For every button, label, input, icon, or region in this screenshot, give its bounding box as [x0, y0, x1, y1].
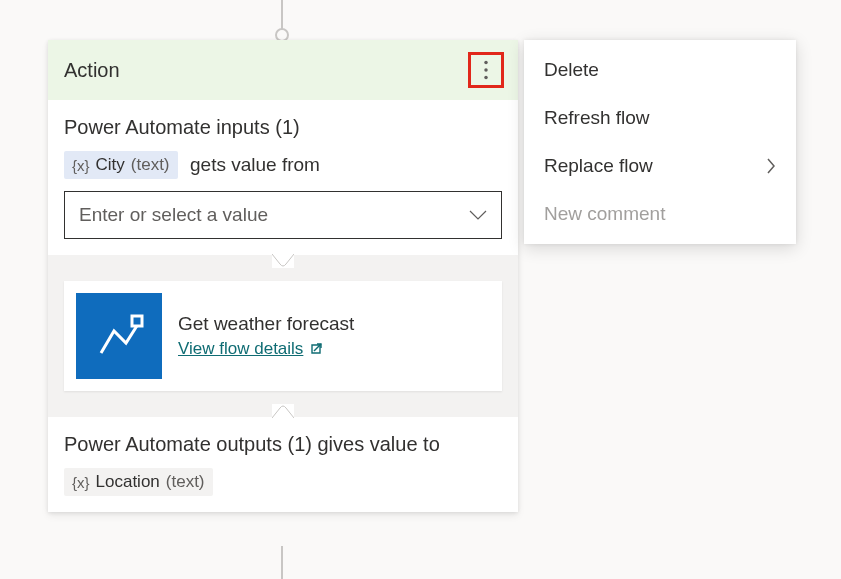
menu-item-label: New comment — [544, 203, 665, 225]
value-select[interactable]: Enter or select a value — [64, 191, 502, 239]
svg-rect-3 — [132, 316, 142, 326]
card-header: Action — [48, 40, 518, 100]
card-title: Action — [64, 59, 120, 82]
open-external-icon — [309, 342, 323, 356]
flow-icon — [76, 293, 162, 379]
inputs-row: {x} City (text) gets value from — [64, 151, 502, 179]
variable-name: Location — [96, 472, 160, 492]
more-options-button[interactable] — [470, 54, 502, 86]
view-flow-details-link[interactable]: View flow details — [178, 339, 354, 359]
action-card: Action Power Automate inputs (1) {x} Cit… — [48, 40, 518, 512]
output-variable-chip[interactable]: {x} Location (text) — [64, 468, 213, 496]
variable-name: City — [96, 155, 125, 175]
link-label: View flow details — [178, 339, 303, 359]
chevron-down-icon — [469, 209, 487, 221]
inputs-title: Power Automate inputs (1) — [64, 116, 502, 139]
select-placeholder: Enter or select a value — [79, 204, 268, 226]
flow-glyph-icon — [94, 311, 144, 361]
notch-bottom — [272, 404, 294, 418]
menu-item-new-comment: New comment — [524, 190, 796, 238]
variable-kind: (text) — [166, 472, 205, 492]
menu-item-label: Delete — [544, 59, 599, 81]
svg-point-2 — [484, 76, 488, 80]
flow-name: Get weather forecast — [178, 313, 354, 335]
inputs-section: Power Automate inputs (1) {x} City (text… — [48, 100, 518, 255]
menu-item-refresh[interactable]: Refresh flow — [524, 94, 796, 142]
svg-point-1 — [484, 68, 488, 72]
flow-subcard: Get weather forecast View flow details — [64, 281, 502, 391]
menu-item-label: Replace flow — [544, 155, 653, 177]
flow-subcard-area: Get weather forecast View flow details — [48, 255, 518, 417]
notch-top — [272, 254, 294, 268]
menu-item-delete[interactable]: Delete — [524, 46, 796, 94]
flow-subcard-body: Get weather forecast View flow details — [178, 313, 354, 359]
variable-kind: (text) — [131, 155, 170, 175]
context-menu: Delete Refresh flow Replace flow New com… — [524, 40, 796, 244]
outputs-title: Power Automate outputs (1) gives value t… — [64, 433, 502, 456]
outputs-section: Power Automate outputs (1) gives value t… — [48, 417, 518, 512]
variable-brace-icon: {x} — [72, 157, 90, 174]
svg-point-0 — [484, 61, 488, 65]
menu-item-label: Refresh flow — [544, 107, 650, 129]
flow-connector-bottom — [281, 546, 283, 579]
input-suffix-text: gets value from — [190, 154, 320, 175]
menu-item-replace[interactable]: Replace flow — [524, 142, 796, 190]
input-variable-chip[interactable]: {x} City (text) — [64, 151, 178, 179]
chevron-right-icon — [766, 158, 776, 174]
variable-brace-icon: {x} — [72, 474, 90, 491]
ellipsis-vertical-icon — [479, 60, 493, 80]
